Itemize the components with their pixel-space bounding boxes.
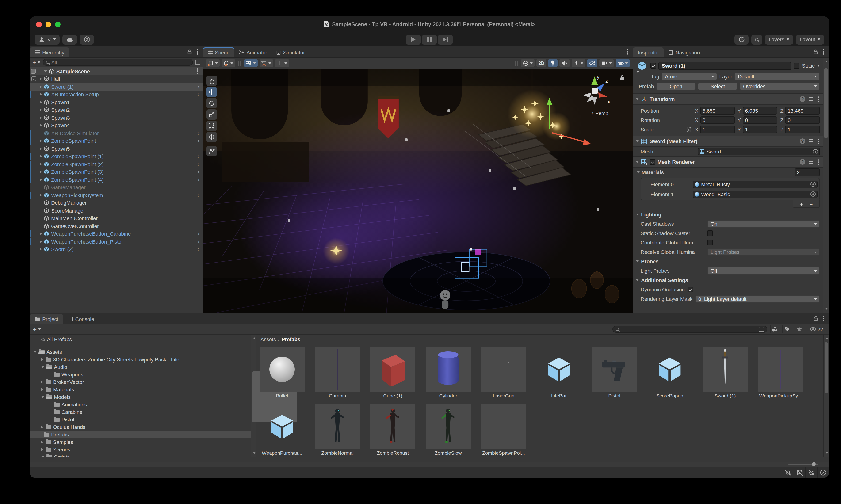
remove-element-button[interactable] [809, 201, 812, 207]
rect-tool-button[interactable] [207, 121, 217, 131]
camera-settings-dropdown[interactable] [599, 59, 614, 67]
tab-animator[interactable]: Animator [234, 48, 272, 57]
asset-tile[interactable]: Carabin [315, 347, 360, 398]
tab-scene[interactable]: Scene [203, 48, 234, 57]
add-element-button[interactable] [800, 201, 803, 207]
tab-inspector[interactable]: Inspector [633, 48, 664, 57]
custom-tool-button[interactable] [207, 146, 217, 156]
foldout-icon[interactable] [40, 124, 42, 127]
value-y-field[interactable]: 1 [743, 126, 777, 133]
layout-dropdown[interactable]: Layout [796, 35, 824, 44]
foldout-open-icon[interactable] [44, 70, 47, 72]
project-search-input[interactable] [612, 326, 767, 333]
folder-row[interactable]: Pistol [30, 416, 251, 423]
pick-toggle[interactable] [32, 216, 36, 221]
active-checkbox[interactable] [650, 63, 656, 69]
prefab-select-button[interactable]: Select [698, 82, 737, 90]
lock-icon[interactable] [813, 316, 818, 321]
foldout-icon[interactable] [40, 178, 42, 181]
pick-toggle[interactable] [32, 162, 36, 167]
panel-menu-icon[interactable] [823, 51, 824, 53]
snap-settings-button[interactable] [275, 59, 289, 67]
tab-simulator[interactable]: Simulator [272, 48, 309, 57]
pick-toggle[interactable] [32, 170, 36, 174]
foldout-icon[interactable] [40, 155, 42, 158]
snap-increment-button[interactable] [260, 59, 273, 67]
value-z-field[interactable]: 1 [785, 126, 820, 133]
tab-console[interactable]: Console [63, 314, 99, 324]
favorites-filter-button[interactable] [794, 325, 804, 333]
presets-icon[interactable] [809, 139, 813, 143]
foldout-icon[interactable] [40, 233, 42, 235]
foldout-icon[interactable] [41, 456, 44, 456]
asset-tile[interactable]: ZombieRobust [370, 404, 415, 456]
panel-menu-icon[interactable] [627, 51, 628, 53]
lock-icon[interactable] [813, 49, 818, 54]
pick-toggle[interactable] [32, 201, 36, 205]
projection-mode-label[interactable]: Persp [591, 109, 608, 116]
cache-server-status-button[interactable] [793, 467, 805, 478]
lock-icon[interactable] [187, 49, 192, 54]
foldout-icon[interactable] [40, 240, 42, 243]
hierarchy-item[interactable]: ZombieSpawnPoint (1) [30, 152, 203, 160]
scene-visibility-toggle[interactable] [587, 59, 597, 67]
prefab-chevron-icon[interactable] [198, 177, 199, 183]
folder-row[interactable]: Samples [30, 438, 251, 446]
foldout-icon[interactable] [40, 116, 42, 119]
hierarchy-item[interactable]: Spawn1 [30, 98, 203, 106]
pick-toggle[interactable] [32, 139, 36, 143]
asset-tile[interactable]: Cube (1) [370, 347, 415, 398]
scroll-down-icon[interactable] [253, 452, 255, 454]
hierarchy-scene-root[interactable]: SampleScene [30, 67, 203, 75]
open-search-window-icon[interactable] [195, 59, 200, 65]
open-search-window-icon[interactable] [759, 327, 764, 332]
component-menu-icon[interactable] [818, 161, 819, 163]
value-z-field[interactable]: 13.469 [785, 107, 820, 114]
prefab-chevron-icon[interactable] [198, 193, 199, 198]
pick-toggle[interactable] [32, 85, 36, 89]
tree-scrollbar[interactable] [251, 335, 256, 456]
hierarchy-item[interactable]: WeaponPurchaseButton_Carabine [30, 230, 203, 238]
materials-count-field[interactable]: 2 [794, 168, 820, 176]
component-menu-icon[interactable] [818, 98, 819, 100]
transform-component-header[interactable]: Transform [633, 93, 823, 105]
hierarchy-item[interactable]: GameOverController [30, 222, 203, 230]
hierarchy-item[interactable]: Hall [30, 75, 203, 83]
folder-row[interactable]: Materials [30, 386, 251, 393]
scene-menu-icon[interactable] [197, 70, 198, 72]
asset-tile[interactable]: Cylinder [426, 347, 471, 398]
foldout-icon[interactable] [40, 93, 42, 96]
thumbnail-size-slider[interactable] [788, 464, 819, 465]
slider-knob[interactable] [812, 462, 816, 466]
value-y-field[interactable]: 6.035 [743, 107, 777, 114]
foldout-icon[interactable] [40, 78, 42, 80]
foldout-open-icon[interactable] [636, 140, 639, 142]
minimize-window-button[interactable] [46, 22, 51, 27]
scene-pick-toggle[interactable] [31, 69, 36, 73]
value-z-field[interactable]: 0 [785, 116, 820, 124]
component-enabled-checkbox[interactable] [649, 159, 655, 165]
asset-tile[interactable]: LaserGun [481, 347, 526, 398]
scene-viewport[interactable]: y z x Persp [203, 69, 633, 312]
create-object-button[interactable] [32, 60, 40, 65]
foldout-icon[interactable] [41, 366, 44, 368]
prefab-chevron-icon[interactable] [198, 84, 199, 90]
component-menu-icon[interactable] [818, 141, 819, 142]
value-x-field[interactable]: 0 [700, 116, 735, 124]
folder-row[interactable]: Weapons [30, 371, 251, 378]
pick-toggle[interactable] [32, 247, 36, 252]
help-icon[interactable] [800, 139, 805, 144]
inspector-scrollbar[interactable] [823, 58, 829, 312]
hierarchy-search-input[interactable]: All [43, 59, 193, 66]
foldout-icon[interactable] [40, 194, 42, 197]
mesh-renderer-component-header[interactable]: Mesh Renderer [633, 156, 823, 167]
rendering-layer-mask-dropdown[interactable]: 0: Light Layer default [695, 295, 820, 303]
gizmo-lock-icon[interactable] [620, 75, 625, 81]
scroll-up-icon[interactable] [825, 337, 828, 339]
folder-row[interactable]: Scripts [30, 453, 251, 456]
scroll-down-icon[interactable] [825, 308, 828, 310]
close-window-button[interactable] [36, 22, 42, 27]
grid-scrollbar[interactable] [823, 335, 829, 456]
foldout-open-icon[interactable] [636, 279, 639, 281]
foldout-icon[interactable] [34, 351, 37, 353]
